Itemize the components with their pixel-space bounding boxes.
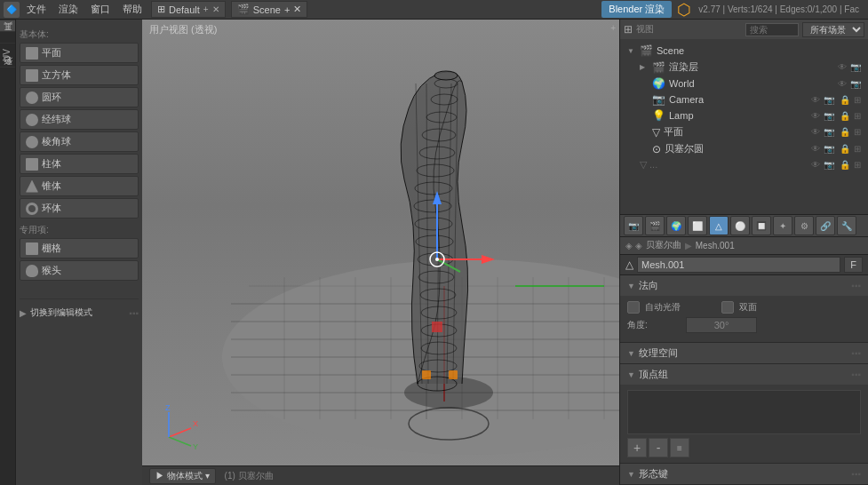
breadcrumb-object[interactable]: 贝塞尔曲: [646, 239, 681, 251]
tool-monkey[interactable]: 猴头: [20, 260, 139, 281]
tab-tools[interactable]: 工具: [0, 31, 15, 43]
vertex-groups-header[interactable]: ▼ 顶点组 ▪▪▪: [620, 364, 868, 385]
prop-btn-material[interactable]: ⚪: [730, 216, 750, 235]
fake-user-btn[interactable]: F: [844, 257, 863, 273]
prop-btn-world[interactable]: 🌍: [666, 216, 686, 235]
lock-icon[interactable]: 🔒: [840, 160, 850, 170]
tool-circle[interactable]: 圆环: [20, 87, 139, 107]
prop-btn-scene[interactable]: 🎬: [645, 216, 665, 235]
shape-keys-header[interactable]: ▼ 形态键 ▪▪▪: [620, 464, 868, 484]
menu-render[interactable]: 渲染: [53, 1, 84, 18]
tool-plane[interactable]: 平面: [20, 43, 139, 63]
tool-uvsphere[interactable]: 经纬球: [20, 109, 139, 130]
monkey-icon: [26, 265, 38, 277]
tool-cylinder[interactable]: 柱体: [20, 154, 139, 174]
menu-file[interactable]: 文件: [21, 1, 52, 18]
maximize-btn[interactable]: +: [610, 23, 616, 33]
view-label: 视图: [636, 23, 654, 36]
lock-icon[interactable]: 🔒: [840, 127, 850, 137]
double-sided-checkbox[interactable]: [721, 301, 734, 314]
close-workspace-btn[interactable]: ✕: [212, 4, 219, 14]
render-icon[interactable]: 📷: [824, 127, 834, 137]
menu-window[interactable]: 窗口: [85, 1, 115, 18]
tree-plane[interactable]: ▽ 平面 👁 📷 🔒 ⊞: [624, 123, 864, 140]
eye-icon[interactable]: 👁: [811, 111, 820, 121]
lock-icon[interactable]: 🔒: [840, 144, 850, 154]
prop-btn-object[interactable]: ⬜: [688, 216, 707, 235]
grid-icon: [26, 242, 38, 255]
layer-icon[interactable]: ⊞: [854, 127, 861, 137]
workspace-tab[interactable]: ⊞ Default + ✕: [151, 1, 226, 18]
eye-icon[interactable]: 👁: [811, 95, 820, 105]
lock-icon[interactable]: 🔒: [840, 111, 850, 121]
prop-btn-mesh[interactable]: △: [709, 216, 729, 235]
mode-selector[interactable]: ▶ 物体模式 ▾: [149, 468, 216, 484]
tool-grid[interactable]: 棚格: [20, 238, 139, 258]
menu-help[interactable]: 帮助: [117, 1, 147, 18]
tree-more[interactable]: ▽ ... 👁 📷 🔒 ⊞: [624, 157, 864, 172]
texture-space-header[interactable]: ▼ 纹理空间 ▪▪▪: [620, 343, 868, 363]
section-basic: 基本体:: [20, 27, 139, 43]
eye-icon[interactable]: 👁: [811, 144, 820, 154]
layer-icon[interactable]: ⊞: [854, 111, 861, 121]
tab-uv[interactable]: UV: [0, 43, 15, 67]
breadcrumb-mesh[interactable]: Mesh.001: [696, 241, 735, 250]
prop-btn-camera[interactable]: 📷: [624, 216, 643, 235]
svg-text:Z: Z: [165, 403, 171, 412]
tree-bezier[interactable]: ⊙ 贝塞尔圆 👁 📷 🔒 ⊞: [624, 140, 864, 157]
tree-scene-root[interactable]: ▼ 🎬 Scene: [624, 43, 864, 59]
angle-field[interactable]: 30°: [686, 317, 757, 333]
close-scene-btn[interactable]: ✕: [293, 4, 301, 15]
render-icon[interactable]: 📷: [824, 144, 834, 154]
lock-icon[interactable]: 🔒: [840, 95, 850, 105]
world-icon: 🌍: [652, 77, 665, 90]
scene-filter[interactable]: 所有场景: [802, 22, 864, 37]
viewport[interactable]: X Y Z 用户视图 (透视) + ▶ 物体模式 ▾ (1) 贝塞尔曲: [142, 20, 619, 485]
layer-icon[interactable]: ⊞: [854, 95, 861, 105]
prop-btn-texture[interactable]: 🔲: [752, 216, 771, 235]
eye-icon[interactable]: 👁: [811, 160, 820, 170]
tree-world[interactable]: 🌍 World 👁 📷: [624, 76, 864, 91]
render-icon[interactable]: 📷: [824, 160, 834, 170]
layer-icon[interactable]: ⊞: [854, 144, 861, 154]
tool-icosphere[interactable]: 棱角球: [20, 131, 139, 152]
outliner-search[interactable]: [745, 23, 799, 36]
render-icon[interactable]: 📷: [824, 95, 834, 105]
object-label: (1) 贝塞尔曲: [225, 470, 274, 482]
vg-menu-btn[interactable]: ≡: [670, 438, 689, 457]
mode-switch-btn[interactable]: ▶ 切换到编辑模式 ▪▪▪: [20, 306, 139, 319]
render-icon[interactable]: 📷: [824, 111, 834, 121]
mesh-name-input[interactable]: [637, 257, 840, 273]
mesh-icon: △: [625, 258, 633, 271]
add-scene-btn[interactable]: +: [284, 4, 290, 15]
layer-icon[interactable]: ⊞: [854, 160, 861, 170]
tab-create[interactable]: 创建: [0, 20, 15, 31]
eye-icon[interactable]: 👁: [838, 79, 847, 89]
tool-cone[interactable]: 锥体: [20, 176, 139, 196]
normals-header[interactable]: ▼ 法向 ▪▪▪: [620, 275, 868, 296]
tool-torus[interactable]: 环体: [20, 198, 139, 219]
eye-icon[interactable]: 👁: [811, 127, 820, 137]
prop-btn-modifier[interactable]: 🔧: [837, 216, 856, 235]
tree-more-label: ▽ ...: [640, 159, 806, 171]
add-vertex-group-btn[interactable]: +: [627, 438, 647, 457]
render-engine-selector[interactable]: Blender 渲染: [601, 1, 672, 18]
section-dots: ▪▪▪: [851, 469, 861, 479]
prop-btn-physics[interactable]: ⚙: [794, 216, 814, 235]
add-workspace-btn[interactable]: +: [203, 4, 209, 14]
workspace-tab-label: Default: [169, 4, 200, 15]
auto-smooth-checkbox[interactable]: [627, 301, 640, 314]
tree-renderlayer[interactable]: ▶ 🎬 渲染层 👁 📷: [624, 59, 864, 76]
tree-arrow: ▶: [640, 63, 649, 71]
tree-lamp[interactable]: 💡 Lamp 👁 📷 🔒 ⊞: [624, 107, 864, 123]
prop-btn-constraint[interactable]: 🔗: [816, 216, 835, 235]
render-icon[interactable]: 📷: [850, 79, 861, 89]
remove-vertex-group-btn[interactable]: -: [649, 438, 668, 457]
tab-color[interactable]: 色彩: [0, 67, 15, 78]
tool-cube[interactable]: 立方体: [20, 65, 139, 85]
eye-icon[interactable]: 👁: [838, 62, 847, 72]
render-icon[interactable]: 📷: [850, 62, 861, 72]
scene-tab[interactable]: 🎬 Scene + ✕: [231, 1, 308, 18]
tree-camera[interactable]: 📷 Camera 👁 📷 🔒 ⊞: [624, 91, 864, 107]
prop-btn-particle[interactable]: ✦: [773, 216, 792, 235]
